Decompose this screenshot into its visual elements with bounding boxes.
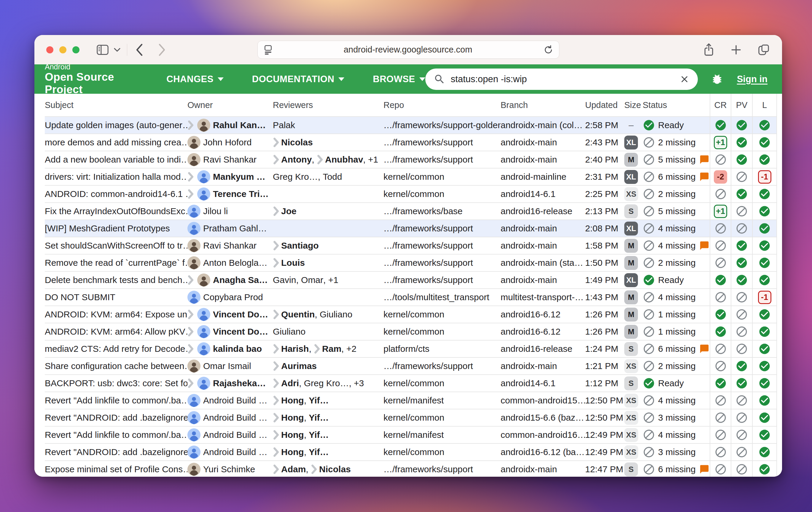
change-row[interactable]: Delete benchmark tests and bench… Anagha… <box>45 271 777 288</box>
reviewer-chip[interactable]: Omar <box>301 275 323 285</box>
avatar-generic[interactable] <box>197 308 210 321</box>
reviewer-chip[interactable]: Anubhav <box>317 154 363 165</box>
reviewer-chip[interactable]: Todd <box>323 172 342 182</box>
change-subject[interactable]: Revert "ANDROID: add .bazelignore … <box>45 409 187 426</box>
change-branch[interactable]: androidx-main <box>501 134 585 151</box>
change-repo[interactable]: …/frameworks/base <box>383 203 501 220</box>
change-repo[interactable]: …/frameworks/support-golden <box>383 117 501 134</box>
reviewer-chip[interactable]: Santiago <box>273 240 319 251</box>
change-subject[interactable]: more demos and add missing crea… <box>45 134 187 151</box>
reviewer-chip[interactable]: Joe <box>273 206 296 216</box>
reviewer-chip[interactable]: Louis <box>273 258 305 268</box>
owner-name[interactable]: Jilou li <box>203 206 228 216</box>
reviewer-chip[interactable]: +3 <box>354 378 364 388</box>
reviewer-chip[interactable]: Nicolas <box>273 137 313 147</box>
change-subject[interactable]: Share configuration cache between… <box>45 358 187 374</box>
owner-name[interactable]: Vincent Donn… <box>213 309 269 319</box>
owner-name[interactable]: Rajashekar K… <box>213 378 269 388</box>
owner-name[interactable]: Ravi Shankar <box>203 154 257 165</box>
back-button[interactable] <box>135 43 144 56</box>
change-branch[interactable]: androidx-main <box>501 358 585 374</box>
change-row[interactable]: BACKPORT: usb: dwc3: core: Set fo… Rajas… <box>45 374 777 392</box>
reviewer-chip[interactable]: Yif… <box>309 430 328 440</box>
change-row[interactable]: Revert "ANDROID: add .bazelignore … Andr… <box>45 409 777 426</box>
menu-changes[interactable]: CHANGES <box>166 74 224 85</box>
change-repo[interactable]: …/frameworks/support <box>383 358 501 374</box>
reviewer-chip[interactable]: Hong <box>273 395 304 405</box>
change-branch[interactable]: android14-6.1 <box>501 375 585 392</box>
change-repo[interactable]: …/frameworks/support <box>383 134 501 151</box>
change-repo[interactable]: …/frameworks/support <box>383 237 501 254</box>
avatar-photo[interactable] <box>187 256 201 269</box>
change-subject[interactable]: Revert "ANDROID: add .bazelignore … <box>45 444 187 460</box>
change-subject[interactable]: [WIP] MeshGradient Prototypes <box>45 220 187 237</box>
avatar-photo[interactable] <box>197 119 210 132</box>
avatar-generic[interactable] <box>187 446 201 459</box>
change-branch[interactable]: android15-6.6 (baz… <box>501 409 585 426</box>
owner-name[interactable]: Anton Belogla… <box>203 258 267 268</box>
avatar-generic[interactable] <box>187 411 201 424</box>
reviewer-chip[interactable]: Hong <box>273 430 304 440</box>
change-row[interactable]: Fix the ArrayIndexOutOfBoundsExc… Jilou … <box>45 202 777 220</box>
change-repo[interactable]: …/frameworks/support <box>383 151 501 168</box>
owner-name[interactable]: Vincent Donn… <box>213 326 269 337</box>
change-row[interactable]: mediav2 CTS: Add retry for Decode… kalin… <box>45 340 777 357</box>
change-row[interactable]: Revert "Add linkfile to common/.ba… Andr… <box>45 392 777 409</box>
avatar-photo[interactable] <box>187 136 201 149</box>
owner-name[interactable]: Copybara Prod <box>203 292 263 302</box>
change-subject[interactable]: ANDROID: KVM: arm64: Expose un… <box>45 306 187 323</box>
url-text[interactable]: android-review.googlesource.com <box>273 45 543 55</box>
reviewer-chip[interactable]: Greg Kro… <box>304 378 349 388</box>
change-branch[interactable]: android16-6.12 (ba… <box>501 444 585 460</box>
change-subject[interactable]: Add a new boolean variable to indi… <box>45 151 187 168</box>
reviewer-chip[interactable]: Gavin <box>273 275 296 285</box>
change-branch[interactable]: androidx-main <box>501 237 585 254</box>
change-row[interactable]: Share configuration cache between… Omar … <box>45 357 777 374</box>
owner-name[interactable]: Terence Tritto… <box>213 189 269 199</box>
reviewer-chip[interactable]: Quentin <box>273 309 315 319</box>
reviewer-chip[interactable]: Antony <box>273 154 312 165</box>
change-repo[interactable]: kernel/manifest <box>383 427 501 443</box>
reviewer-chip[interactable]: Adri <box>273 378 299 388</box>
avatar-generic[interactable] <box>187 428 201 442</box>
change-branch[interactable]: androidx-main <box>501 220 585 237</box>
reviewer-chip[interactable]: Palak <box>273 120 295 130</box>
change-row[interactable]: Remove the read of `currentPage` f… Anto… <box>45 254 777 271</box>
avatar-photo[interactable] <box>187 239 201 252</box>
owner-name[interactable]: Yuri Schimke <box>203 464 255 474</box>
change-row[interactable]: drivers: virt: Initialization halla mod…… <box>45 168 777 185</box>
change-subject[interactable]: ANDROID: KVM: arm64: Allow pKV… <box>45 323 187 340</box>
share-button[interactable] <box>702 43 715 57</box>
change-row[interactable]: ANDROID: common-android14-6.1 … Terence … <box>45 185 777 202</box>
owner-name[interactable]: Android Build … <box>203 413 267 423</box>
owner-name[interactable]: Android Build … <box>203 395 267 405</box>
owner-name[interactable]: Anagha Sasik… <box>213 275 269 285</box>
avatar-generic[interactable] <box>187 291 201 304</box>
change-branch[interactable]: androidx-main <box>501 151 585 168</box>
change-subject[interactable]: mediav2 CTS: Add retry for Decode… <box>45 341 187 357</box>
change-subject[interactable]: Delete benchmark tests and bench… <box>45 272 187 288</box>
reviewer-chip[interactable]: +2 <box>346 344 356 354</box>
reviewer-chip[interactable]: +1 <box>328 275 338 285</box>
change-subject[interactable]: Expose minimal set of Profile Cons… <box>45 461 187 477</box>
change-repo[interactable]: …/tools/multitest_transport <box>383 289 501 306</box>
change-branch[interactable]: multitest-transport-… <box>501 289 585 306</box>
change-subject[interactable]: Update golden images (auto-gener… <box>45 117 187 134</box>
change-subject[interactable]: ANDROID: common-android14-6.1 … <box>45 186 187 202</box>
owner-name[interactable]: Ravi Shankar <box>203 240 257 251</box>
change-repo[interactable]: kernel/common <box>383 169 501 185</box>
change-subject[interactable]: drivers: virt: Initialization halla mod… <box>45 169 187 185</box>
owner-name[interactable]: Omar Ismail <box>203 361 251 371</box>
change-row[interactable]: more demos and add missing crea… John Ho… <box>45 134 777 151</box>
change-subject[interactable]: Revert "Add linkfile to common/.ba… <box>45 392 187 409</box>
report-bug-icon[interactable] <box>711 73 723 85</box>
avatar-photo[interactable] <box>187 360 201 373</box>
close-window-button[interactable] <box>46 46 53 53</box>
address-bar[interactable]: android-review.googlesource.com <box>257 40 559 59</box>
avatar-generic[interactable] <box>197 325 210 338</box>
change-repo[interactable]: …/frameworks/support <box>383 220 501 237</box>
search-bar[interactable] <box>425 68 698 90</box>
change-branch[interactable]: android14-6.1 <box>501 186 585 202</box>
change-repo[interactable]: …/frameworks/support <box>383 255 501 271</box>
sidebar-toggle-button[interactable] <box>96 44 109 56</box>
